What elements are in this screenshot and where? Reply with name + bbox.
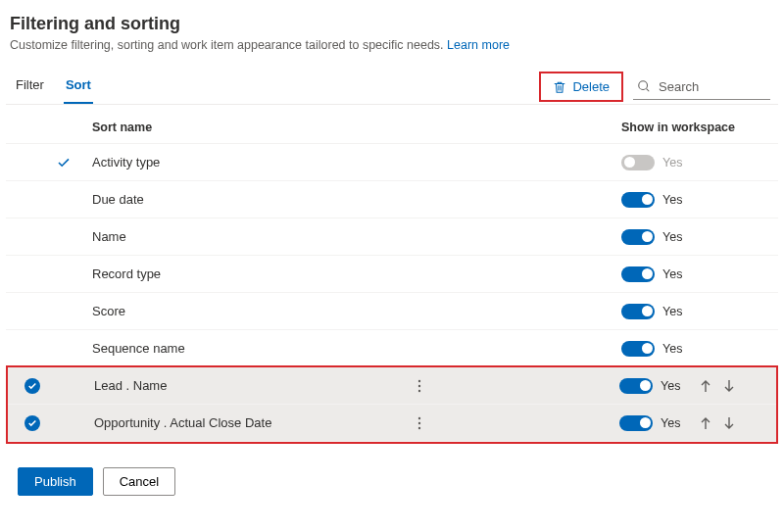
delete-button[interactable]: Delete [543, 74, 619, 99]
more-actions-icon[interactable] [417, 379, 457, 393]
page-title: Filtering and sorting [10, 14, 778, 34]
row-name: Due date [92, 192, 416, 207]
row-name: Sequence name [92, 341, 416, 356]
row-name: Name [92, 229, 416, 244]
more-actions-icon[interactable] [417, 416, 457, 430]
show-toggle[interactable] [619, 378, 653, 394]
footer: Publish Cancel [18, 467, 774, 496]
subtitle-text: Customize filtering, sorting and work it… [10, 38, 444, 52]
delete-highlight: Delete [539, 72, 623, 102]
publish-button[interactable]: Publish [18, 467, 93, 496]
row-name: Activity type [92, 155, 416, 169]
move-down-icon[interactable] [723, 416, 735, 430]
selection-highlight: Lead . NameYesOpportunity . Actual Close… [6, 365, 778, 444]
tab-sort[interactable]: Sort [64, 70, 93, 104]
checkmark-icon [57, 156, 71, 169]
svg-point-1 [418, 379, 420, 381]
toggle-label: Yes [662, 156, 682, 169]
table-row[interactable]: Lead . NameYes [8, 367, 776, 405]
search-input[interactable] [657, 78, 768, 95]
column-sort-name[interactable]: Sort name [92, 121, 416, 134]
table-row[interactable]: NameYes [6, 218, 778, 256]
table-row[interactable]: Due dateYes [6, 181, 778, 218]
move-up-icon[interactable] [700, 379, 711, 393]
search-icon [637, 79, 651, 93]
show-toggle[interactable] [621, 192, 655, 208]
row-name: Opportunity . Actual Close Date [94, 415, 417, 430]
show-toggle [621, 155, 655, 170]
table-row[interactable]: Opportunity . Actual Close DateYes [8, 405, 776, 442]
move-up-icon[interactable] [700, 416, 711, 430]
show-toggle[interactable] [621, 229, 655, 245]
toggle-label: Yes [662, 267, 682, 281]
sort-table: Sort name Show in workspace Activity typ… [6, 111, 778, 444]
tabs: Filter Sort [14, 70, 93, 104]
toggle-label: Yes [661, 379, 680, 393]
show-toggle[interactable] [619, 415, 653, 431]
table-row[interactable]: Record typeYes [6, 256, 778, 293]
show-toggle[interactable] [621, 266, 655, 282]
learn-more-link[interactable]: Learn more [447, 38, 510, 52]
tab-filter[interactable]: Filter [14, 70, 46, 104]
toggle-label: Yes [662, 193, 682, 207]
row-name: Record type [92, 266, 416, 281]
table-row[interactable]: Sequence nameYes [6, 330, 778, 367]
toggle-label: Yes [662, 342, 682, 356]
svg-point-3 [418, 389, 420, 391]
svg-point-0 [639, 81, 648, 90]
page-subtitle: Customize filtering, sorting and work it… [10, 38, 778, 52]
cancel-button[interactable]: Cancel [103, 467, 175, 496]
trash-icon [553, 80, 566, 94]
row-selected-icon[interactable] [24, 415, 40, 431]
show-toggle[interactable] [621, 341, 655, 357]
svg-point-4 [418, 416, 420, 418]
delete-label: Delete [572, 79, 610, 94]
svg-point-2 [418, 384, 420, 386]
table-row[interactable]: ScoreYes [6, 293, 778, 330]
toggle-label: Yes [661, 416, 680, 430]
row-name: Lead . Name [94, 378, 417, 393]
toggle-label: Yes [662, 230, 682, 244]
table-row[interactable]: Activity typeYes [6, 144, 778, 181]
search-field[interactable] [633, 74, 770, 100]
row-name: Score [92, 304, 416, 318]
table-header: Sort name Show in workspace [6, 111, 778, 144]
row-selected-icon[interactable] [24, 378, 40, 394]
svg-point-5 [418, 421, 420, 423]
toggle-label: Yes [662, 305, 682, 318]
svg-point-6 [418, 426, 420, 428]
toolbar: Filter Sort Delete [6, 70, 778, 105]
move-down-icon[interactable] [723, 379, 735, 393]
column-show-in-workspace[interactable]: Show in workspace [621, 121, 778, 134]
show-toggle[interactable] [621, 304, 655, 319]
